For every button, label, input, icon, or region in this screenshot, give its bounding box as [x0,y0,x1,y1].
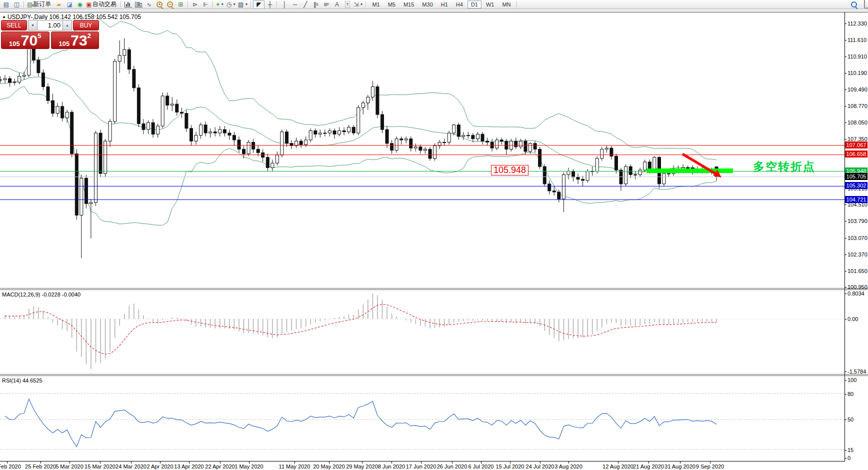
volume-input[interactable] [38,20,62,30]
macd-tick [844,294,846,294]
separator [120,1,122,8]
separator [276,1,278,8]
price-tick [844,73,846,74]
buy-price[interactable]: 105 73 2 [51,32,100,49]
cursor-tool[interactable]: ◤ [253,0,264,9]
timeframe-button-MN[interactable]: MN [498,0,514,8]
rsi-pane[interactable] [0,376,844,461]
price-scale-label: 111.610 [848,37,866,43]
auto-trading-label: 自动交易 [92,0,116,8]
clock-icon[interactable]: ◷▼ [226,0,237,8]
sell-button[interactable]: SELL [1,20,27,30]
timeframe-button-M30[interactable]: M30 [418,0,436,8]
timeframe-button-H4[interactable]: H4 [452,0,466,8]
separator [188,1,188,8]
timeframe-button-D1[interactable]: D1 [468,0,482,8]
metaeditor-icon[interactable]: ▰ [54,0,64,8]
buy-button[interactable]: BUY [73,20,99,30]
date-label: 6 Jul 2020 [468,464,494,470]
date-label: 2 Apr 2020 [146,464,173,470]
sell-price-base: 105 [9,40,20,48]
collapse-arrow-icon[interactable]: ▲ [2,14,6,19]
separator [24,1,24,8]
crosshair-tool[interactable]: ┼ [264,0,275,8]
price-tick [844,271,846,272]
community-icon[interactable]: ◪ [64,0,74,8]
sell-price[interactable]: 105 70 5 [1,32,50,49]
date-label: 25 Feb 2020 [25,464,56,470]
macd-scale-label: 0.8034 [848,290,864,296]
candlestick-mode-icon[interactable] [134,0,144,8]
bar-chart-mode-icon[interactable] [123,0,134,8]
separator [212,1,214,8]
timeframe-button-M15[interactable]: M15 [400,0,418,8]
timeframe-button-M5[interactable]: M5 [384,0,399,8]
date-label: 8 Jun 2020 [378,464,405,470]
charts-list-icon[interactable]: ▤ [1,0,12,8]
price-flag-label[interactable]: 105.948 [491,165,528,176]
auto-scroll-icon[interactable]: ⊳ [190,0,200,8]
tile-windows-icon[interactable]: ⊞ [176,0,186,8]
date-label: 31 Aug 2020 [664,464,696,470]
chart-shift-icon[interactable]: ⊩ [200,0,211,8]
price-badge-106.658: 106.658 [845,150,868,158]
date-label: 3 Aug 2020 [554,464,582,470]
search-icon[interactable] [851,2,857,8]
text-tool[interactable]: A [332,0,342,8]
new-order-button[interactable]: ▤+ 新订单 [26,0,54,8]
rsi-scale-label: 100 [848,377,856,383]
chart-profile-icon[interactable]: ◫ [12,0,22,8]
price-tick [844,221,846,222]
date-label: 20 May 2020 [313,464,345,470]
fibonacci-tool[interactable]: ≡F [321,0,332,8]
zoom-out-icon[interactable]: − [165,0,176,8]
auto-trading-button[interactable]: ▣ 自动交易 [85,0,118,8]
timeframe-button-M1[interactable]: M1 [368,0,383,8]
price-scale-label: 102.370 [848,252,868,258]
date-label: 13 Apr 2020 [174,464,204,470]
trend-line-tool[interactable]: ╱ [300,0,310,8]
date-label: 11 May 2020 [279,464,310,470]
separator [250,1,252,8]
date-label: 24 Mar 2020 [116,464,146,470]
rsi-tick [844,458,846,458]
date-label: 29 May 2020 [346,464,378,470]
turning-point-annotation[interactable]: 多空转折点 [753,159,816,174]
vertical-line-tool[interactable]: │ [279,0,290,8]
date-label: 17 Jun 2020 [406,464,436,470]
sell-price-big: 70 [21,34,38,48]
text-label-tool[interactable]: T [342,0,352,8]
price-scale-label: 109.490 [848,86,868,92]
price-scale-label: 108.050 [848,120,868,126]
date-label: 26 Jun 2020 [437,464,468,470]
timeframe-button-W1[interactable]: W1 [482,0,498,8]
date-label: 21 Aug 2020 [633,464,664,470]
zoom-in-icon[interactable]: + [154,0,165,8]
macd-tick [844,372,846,372]
rsi-scale-label: 0 [848,455,850,461]
volume-decrease-button[interactable]: ▼ [28,20,38,30]
pane-bottom-border [0,461,844,462]
price-tick [844,139,846,140]
macd-scale-label: -1.5784 [848,368,866,374]
timeframe-button-H1[interactable]: H1 [438,0,452,8]
macd-label: MACD(12,26,9) -0.0228 -0.0040 [2,292,80,298]
new-order-icon: ▤+ [27,2,32,8]
price-badge-105.705: 105.705 [845,173,868,180]
signals-icon[interactable]: ◉ [74,0,85,8]
add-indicator-icon[interactable]: +▼ [215,0,226,8]
price-tick [844,238,846,238]
price-tick [844,90,846,90]
macd-pane[interactable] [0,290,844,374]
volume-increase-button[interactable]: ▲ [62,20,72,30]
equidistant-channel-tool[interactable]: ∥E [310,0,321,8]
horizontal-line-tool[interactable]: ─ [290,0,300,8]
indicator-list-icon[interactable]: ▧▼ [237,0,249,8]
price-badge-105.302: 105.302 [845,182,868,189]
price-scale-label: 112.330 [848,20,867,26]
mt4-terminal: ▤ ◫ ▤+ 新订单 ▰ ◪ ◉ ▣ 自动交易 ∿ + − ⊞ ⊳ ⊩ +▼ ◷… [0,0,868,470]
main-chart-pane[interactable] [0,12,844,288]
line-chart-mode-icon[interactable]: ∿ [144,0,154,8]
arrows-tool[interactable]: ⇲▼ [352,0,364,8]
chat-icon[interactable] [864,0,865,9]
